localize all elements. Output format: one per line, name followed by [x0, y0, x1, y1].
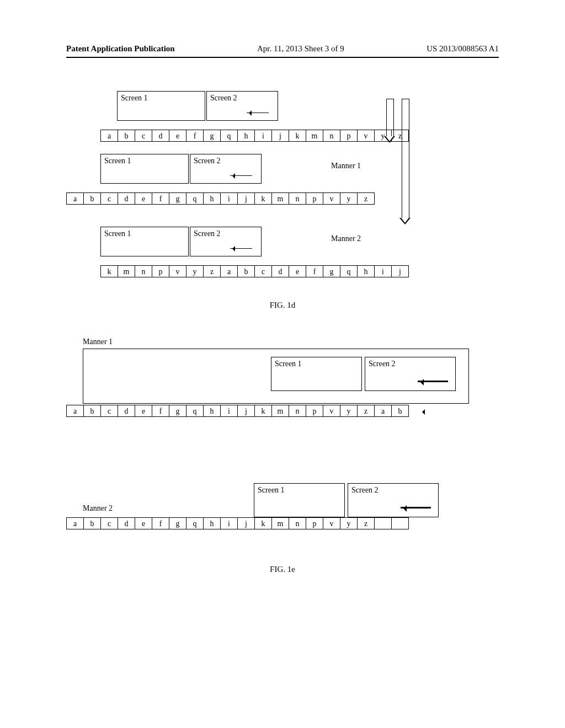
screen1-label: Screen 1 [121, 94, 148, 102]
table-cell: m [271, 517, 289, 529]
table-cell: i [220, 517, 238, 529]
down-arrow-manner2 [402, 99, 408, 226]
table-cell: g [323, 265, 340, 277]
table-cell: c [100, 517, 118, 529]
screen2-label: Screen 2 [210, 94, 237, 102]
table-cell: q [340, 265, 358, 277]
table-cell: a [66, 192, 84, 205]
fig1d-row2: kmnpvyzabcdefgqhij [100, 265, 408, 277]
table-cell [391, 517, 409, 529]
screen1-label: Screen 1 [275, 360, 302, 368]
table-cell: b [83, 405, 101, 417]
table-cell: v [323, 517, 340, 529]
table-cell: c [100, 405, 118, 417]
screen2-label: Screen 2 [194, 229, 221, 238]
table-cell: a [220, 265, 238, 277]
screen2-label: Screen 2 [351, 486, 379, 494]
table-cell: y [186, 265, 204, 277]
fig1d-caption: FIG. 1d [0, 301, 565, 310]
table-cell: q [186, 405, 204, 417]
table-cell: p [306, 405, 323, 417]
table-cell: q [186, 192, 204, 205]
table-cell: d [271, 265, 289, 277]
manner1-title: Manner 1 [83, 338, 515, 346]
table-cell: m [118, 265, 135, 277]
table-cell: y [340, 192, 358, 205]
table-cell: b [83, 192, 101, 205]
table-cell: h [357, 265, 375, 277]
table-cell: c [135, 130, 152, 142]
table-cell: j [237, 192, 255, 205]
table-cell: n [135, 265, 152, 277]
table-cell: f [306, 265, 323, 277]
fig1d-row1-screen2: Screen 2 [190, 154, 262, 184]
table-cell: n [289, 192, 306, 205]
table-cell: p [306, 192, 323, 205]
table-cell: n [323, 130, 340, 142]
header-date-sheet: Apr. 11, 2013 Sheet 3 of 9 [257, 44, 344, 53]
table-cell: j [271, 130, 289, 142]
table-cell: v [357, 130, 375, 142]
fig1e-m2-screen1: Screen 1 [254, 483, 345, 517]
arrow-left-icon [418, 381, 448, 382]
table-cell: d [118, 192, 135, 205]
table-cell: e [135, 405, 152, 417]
table-cell: j [237, 517, 255, 529]
table-cell: e [135, 192, 152, 205]
manner2-label: Manner 2 [331, 234, 361, 243]
table-cell: q [220, 130, 238, 142]
table-cell: c [254, 265, 272, 277]
table-cell: y [340, 517, 358, 529]
fig1d-row0-screen1: Screen 1 [117, 91, 205, 121]
screen1-label: Screen 1 [258, 486, 285, 494]
table-cell: i [220, 192, 238, 205]
table-cell: z [357, 192, 375, 205]
table-cell: a [374, 405, 392, 417]
arrow-left-icon [247, 113, 269, 113]
table-cell: k [100, 265, 118, 277]
fig1e-caption: FIG. 1e [0, 565, 565, 574]
table-cell: k [289, 130, 306, 142]
table-cell [374, 517, 392, 529]
table-cell: f [186, 130, 204, 142]
table-cell: v [323, 192, 340, 205]
table-cell: i [374, 265, 392, 277]
page-header: Patent Application Publication Apr. 11, … [0, 0, 565, 57]
table-cell: n [289, 517, 306, 529]
table-cell: e [135, 517, 152, 529]
fig1e-m1-screen1: Screen 1 [271, 357, 362, 391]
header-rule [66, 57, 499, 58]
table-cell: f [152, 517, 169, 529]
fig1e-manner2-block: Screen 1 Screen 2 Manner 2 abcdefgqhijkm… [66, 475, 499, 488]
header-docnumber: US 2013/0088563 A1 [427, 44, 499, 53]
table-cell: b [83, 517, 101, 529]
fig1e-m1-outer: Screen 1 Screen 2 [83, 349, 469, 404]
table-cell: m [306, 130, 323, 142]
fig1e-m1-screen2: Screen 2 [365, 357, 456, 391]
table-cell: p [152, 265, 169, 277]
table-cell: h [203, 192, 221, 205]
table-cell: b [391, 405, 409, 417]
table-cell: h [203, 517, 221, 529]
table-cell: f [152, 405, 169, 417]
table-cell: d [152, 130, 169, 142]
table-cell: v [323, 405, 340, 417]
table-cell: i [220, 405, 238, 417]
fig1e-row-m1: abcdefgqhijkmnpvyzab [66, 405, 499, 417]
table-cell: q [186, 517, 204, 529]
table-cell: e [289, 265, 306, 277]
table-cell: z [357, 517, 375, 529]
arrow-left-icon [419, 409, 425, 415]
table-cell: g [169, 405, 186, 417]
down-arrow-manner1 [386, 99, 393, 143]
table-cell: h [237, 130, 255, 142]
table-cell: k [254, 405, 272, 417]
table-cell: d [118, 517, 135, 529]
header-publication: Patent Application Publication [66, 44, 175, 53]
table-cell: k [254, 192, 272, 205]
table-cell: p [340, 130, 358, 142]
screen2-label: Screen 2 [194, 157, 221, 165]
arrow-left-icon [230, 175, 252, 176]
table-cell: z [203, 265, 221, 277]
fig1d-row1: abcdefgqhijkmnpvyz [66, 192, 374, 205]
